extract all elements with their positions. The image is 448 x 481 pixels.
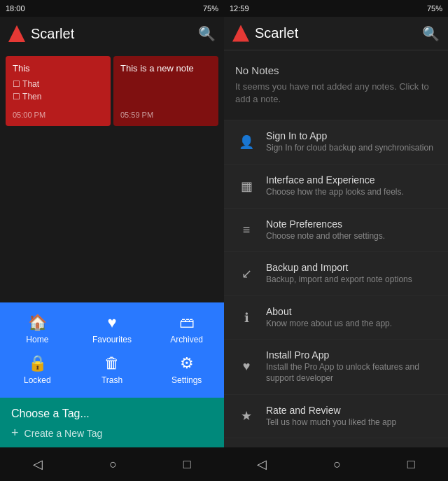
right-panel: 12:59 75% Scarlet 🔍 No Notes It seems yo…: [224, 0, 448, 481]
right-bottom-nav: ◁ ○ □: [224, 447, 448, 481]
settings-item-rate-title: Rate and Review: [266, 405, 437, 416]
settings-item-note-prefs-icon: ≡: [235, 218, 258, 241]
right-search-icon[interactable]: 🔍: [422, 25, 440, 42]
nav-archived-label: Archived: [170, 335, 203, 344]
left-bottom-nav: ◁ ○ □: [0, 447, 224, 481]
right-status-bar: 12:59 75%: [224, 0, 448, 17]
right-back-button[interactable]: ◁: [257, 456, 267, 472]
left-status-bar: 18:00 75%: [0, 0, 224, 17]
lock-icon: 🔒: [28, 354, 47, 372]
right-header-brand: Scarlet: [232, 25, 298, 42]
settings-item-backup[interactable]: ↙ Backup and Import Backup, import and e…: [224, 252, 448, 296]
settings-item-note-prefs-title: Note Preferences: [266, 218, 437, 230]
create-tag-button[interactable]: + Create a New Tag: [11, 426, 213, 440]
settings-item-backup-icon: ↙: [235, 263, 258, 285]
left-header-brand: Scarlet: [8, 25, 74, 42]
note-card-1[interactable]: This ☐ That ☐ Then 05:00 PM: [6, 56, 111, 126]
no-notes-title: No Notes: [235, 64, 437, 76]
left-back-button[interactable]: ◁: [33, 456, 43, 472]
right-app-title: Scarlet: [255, 25, 298, 41]
settings-item-rate-desc: Tell us how much you liked the app: [266, 417, 437, 428]
settings-item-sign-in-icon: 👤: [235, 131, 258, 153]
settings-item-backup-desc: Backup, import and export note options: [266, 274, 437, 286]
note-card-2-time: 05:59 PM: [120, 111, 211, 119]
settings-item-sign-in-title: Sign In to App: [266, 130, 437, 141]
settings-item-install-pro-icon: ♥: [235, 356, 258, 378]
settings-icon: ⚙: [180, 354, 194, 372]
settings-item-install-pro-desc: Install the Pro App to unlock features a…: [266, 362, 437, 384]
right-home-button[interactable]: ○: [333, 457, 341, 472]
right-status-battery: 75%: [427, 4, 442, 13]
settings-item-interface-desc: Choose how the app looks and feels.: [266, 187, 437, 198]
settings-item-about-icon: ℹ: [235, 307, 258, 329]
settings-item-backup-title: Backup and Import: [266, 262, 437, 273]
right-app-header: Scarlet 🔍: [224, 17, 448, 50]
settings-item-sign-in-desc: Sign In for cloud backup and synchronisa…: [266, 143, 437, 154]
note-card-2-title: This is a new note: [120, 63, 211, 74]
heart-icon: ♥: [107, 314, 116, 332]
note-card-1-body: ☐ That ☐ Then: [13, 78, 104, 103]
settings-item-sign-in-text: Sign In to App Sign In for cloud backup …: [266, 130, 437, 154]
settings-item-install-pro[interactable]: ♥ Install Pro App Install the Pro App to…: [224, 340, 448, 394]
nav-item-locked[interactable]: 🔒 Locked: [0, 354, 75, 385]
nav-row-2: 🔒 Locked 🗑 Trash ⚙ Settings: [0, 351, 224, 392]
no-notes-section: No Notes It seems you have not added any…: [224, 50, 448, 120]
nav-home-label: Home: [26, 335, 48, 344]
tag-section: Choose a Tag... + Create a New Tag: [0, 398, 224, 447]
right-recent-button[interactable]: □: [407, 457, 415, 472]
settings-item-install-pro-text: Install Pro App Install the Pro App to u…: [266, 349, 437, 384]
settings-item-note-prefs[interactable]: ≡ Note Preferences Choose note and other…: [224, 209, 448, 253]
note-card-2[interactable]: This is a new note 05:59 PM: [113, 56, 218, 126]
nav-item-favourites[interactable]: ♥ Favourites: [75, 314, 150, 344]
settings-item-sign-in[interactable]: 👤 Sign In to App Sign In for cloud backu…: [224, 120, 448, 165]
home-icon: 🏠: [28, 314, 47, 332]
nav-item-archived[interactable]: 🗃 Archived: [149, 314, 224, 344]
nav-locked-label: Locked: [24, 375, 51, 385]
note-card-1-time: 05:00 PM: [13, 111, 104, 119]
nav-row-1: 🏠 Home ♥ Favourites 🗃 Archived: [0, 311, 224, 351]
create-tag-label: Create a New Tag: [24, 428, 103, 439]
settings-item-about-title: About: [266, 306, 437, 317]
settings-item-about[interactable]: ℹ About Know more about us and the app.: [224, 296, 448, 340]
left-app-header: Scarlet 🔍: [0, 17, 224, 50]
nav-favourites-label: Favourites: [92, 335, 132, 344]
settings-item-note-prefs-text: Note Preferences Choose note and other s…: [266, 218, 437, 242]
nav-item-trash[interactable]: 🗑 Trash: [75, 354, 150, 385]
settings-item-interface-text: Interface and Experience Choose how the …: [266, 174, 437, 198]
archive-icon: 🗃: [179, 314, 195, 332]
settings-item-rate-text: Rate and Review Tell us how much you lik…: [266, 405, 437, 428]
nav-trash-label: Trash: [102, 375, 122, 385]
trash-icon: 🗑: [104, 354, 120, 372]
settings-item-install-pro-title: Install Pro App: [266, 349, 437, 361]
left-panel: 18:00 75% Scarlet 🔍 This ☐ That ☐ Then 0…: [0, 0, 224, 481]
nav-item-home[interactable]: 🏠 Home: [0, 314, 75, 344]
settings-item-interface-title: Interface and Experience: [266, 174, 437, 186]
nav-menu: 🏠 Home ♥ Favourites 🗃 Archived 🔒 Locked …: [0, 302, 224, 398]
note-card-1-title: This: [13, 63, 104, 74]
left-recent-button[interactable]: □: [183, 457, 191, 472]
left-home-button[interactable]: ○: [109, 457, 117, 472]
plus-icon: +: [11, 426, 19, 440]
settings-item-interface-icon: ▦: [235, 175, 258, 197]
tag-section-title: Choose a Tag...: [11, 407, 213, 420]
left-status-battery: 75%: [203, 4, 218, 13]
settings-item-rate[interactable]: ★ Rate and Review Tell us how much you l…: [224, 395, 448, 439]
settings-item-rate-icon: ★: [235, 405, 258, 427]
settings-item-note-prefs-desc: Choose note and other settings.: [266, 231, 437, 242]
settings-item-interface[interactable]: ▦ Interface and Experience Choose how th…: [224, 165, 448, 209]
settings-item-about-text: About Know more about us and the app.: [266, 306, 437, 330]
nav-settings-label: Settings: [172, 375, 202, 385]
left-app-title: Scarlet: [31, 26, 74, 42]
app-logo-icon: [8, 25, 25, 42]
right-app-logo-icon: [232, 25, 249, 42]
left-status-time: 18:00: [6, 4, 25, 13]
no-notes-description: It seems you have not added any notes. C…: [235, 81, 437, 106]
settings-list: 👤 Sign In to App Sign In for cloud backu…: [224, 120, 448, 447]
left-search-icon[interactable]: 🔍: [198, 25, 216, 42]
settings-item-backup-text: Backup and Import Backup, import and exp…: [266, 262, 437, 286]
settings-item-delete[interactable]: 🗑 Delete Notes and More Delete notes, ta…: [224, 438, 448, 447]
settings-item-about-desc: Know more about us and the app.: [266, 319, 437, 330]
notes-grid: This ☐ That ☐ Then 05:00 PM This is a ne…: [0, 50, 224, 129]
right-status-time: 12:59: [230, 4, 249, 13]
nav-item-settings[interactable]: ⚙ Settings: [149, 354, 224, 385]
